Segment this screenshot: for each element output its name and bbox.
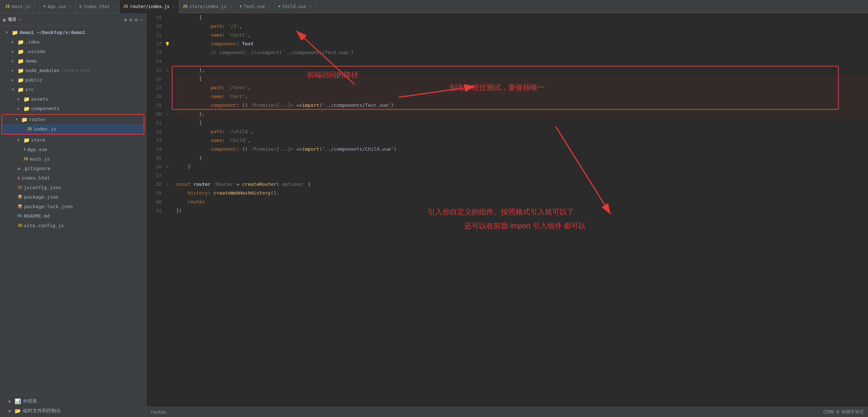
fold-30[interactable]: ⊖ xyxy=(165,110,170,119)
code-line-27: path: '/test', xyxy=(176,83,868,92)
tab-close-router-index[interactable]: ✕ xyxy=(173,4,175,8)
tab-close-store-index[interactable]: ✕ xyxy=(230,4,232,8)
router-highlight-box: ▼ 📁 router ▶ JS index.js xyxy=(1,114,144,135)
pj-icon: 📦 xyxy=(18,193,23,201)
gutter-21 xyxy=(165,31,170,40)
sidebar-item-jsconfig[interactable]: ▶ JS jsconfig.json xyxy=(0,183,146,192)
sidebar-tree: ▼ 📁 demo1 ~/Desktop/v/demo1 ▶ 📁 .idea ▶ … xyxy=(0,26,146,395)
sidebar-item-vscode[interactable]: ▶ 📁 .vscode xyxy=(0,47,146,56)
settings-icon[interactable]: ⚙ xyxy=(135,17,137,23)
code-line-32: path: '/child', xyxy=(176,127,868,136)
tab-app-vue[interactable]: ▼ App.vue ✕ xyxy=(40,0,76,13)
rm-label: README.md xyxy=(24,212,49,220)
code-line-38: const router :Router = createRouter( opt… xyxy=(176,180,868,189)
sidebar-item-index-html[interactable]: ▶ ≡ index.html xyxy=(0,173,146,183)
fold-38[interactable]: ⊖ xyxy=(165,180,170,189)
rm-icon: MD xyxy=(18,212,22,220)
bottom-csdn-label: CSDN @ 柯西不等式 xyxy=(823,409,864,414)
sidebar-item-router[interactable]: ▼ 📁 router xyxy=(2,115,144,124)
nm-extra: library root xyxy=(61,67,90,75)
sidebar-item-package-lock[interactable]: ▶ 📦 package-lock.json xyxy=(0,202,146,211)
code-content[interactable]: { path: '/1', name: 'test1', component: … xyxy=(172,13,868,407)
bottom-bar: routes CSDN @ 柯西不等式 xyxy=(146,407,868,417)
fold-25[interactable]: ⊖ xyxy=(165,66,170,75)
sidebar-item-components[interactable]: ▶ 📁 components xyxy=(0,104,146,113)
gutter: 💡 ⊖ ⊖ ⊖ ⊖ xyxy=(165,13,172,407)
mj-label: main.js xyxy=(30,155,50,163)
gutter-24 xyxy=(165,57,170,66)
av-label: App.vue xyxy=(27,146,48,154)
tab-bar: JS main.js ✕ ▼ App.vue ✕ ≡ index.html ✕ … xyxy=(0,0,868,13)
sidebar-item-vite-config[interactable]: ▶ JS vite.config.js xyxy=(0,221,146,230)
pl-icon: 📦 xyxy=(18,203,23,211)
tab-main-js[interactable]: JS main.js ✕ xyxy=(1,0,40,13)
public-folder-icon: 📁 xyxy=(18,76,24,84)
sidebar-dropdown-icon[interactable]: ▾ xyxy=(19,17,21,22)
tf-label: 临时文件和控制台 xyxy=(23,407,61,415)
sidebar-item-node-modules[interactable]: ▶ 📁 node_modules library root xyxy=(0,66,146,75)
fold-36[interactable]: ⊖ xyxy=(165,162,170,171)
sidebar-item-main-js[interactable]: ▶ JS main.js xyxy=(0,154,146,164)
tab-index-html[interactable]: ≡ index.html ✕ xyxy=(76,0,120,13)
code-line-40: routes xyxy=(176,198,868,206)
tab-child-vue[interactable]: ▼ Child.vue ✕ xyxy=(275,0,316,13)
el-icon: 📊 xyxy=(15,397,21,405)
tab-test-vue[interactable]: ▼ Test.vue ✕ xyxy=(236,0,274,13)
tab-close-test-vue[interactable]: ✕ xyxy=(268,4,271,8)
tab-close-main-js[interactable]: ✕ xyxy=(34,4,36,8)
minimize-icon[interactable]: − xyxy=(140,17,143,23)
demo-arrow: ▶ xyxy=(12,57,18,65)
sidebar-window-icon: ▣ xyxy=(3,17,5,22)
code-line-36: ] xyxy=(176,162,868,171)
jc-icon: JS xyxy=(18,184,22,192)
sidebar-item-router-index[interactable]: ▶ JS index.js xyxy=(2,124,144,134)
idea-label: .idea xyxy=(25,38,39,46)
gutter-22: 💡 xyxy=(165,40,170,48)
gutter-41 xyxy=(165,206,170,215)
jc-label: jsconfig.json xyxy=(24,184,61,192)
editor-area: 19 20 21 22 23 24 25 26 27 28 29 30 31 3… xyxy=(146,13,868,417)
sidebar-item-package-json[interactable]: ▶ 📦 package.json xyxy=(0,192,146,202)
bottom-bar-left: routes xyxy=(151,410,166,415)
vc-icon: JS xyxy=(18,222,22,230)
pj-label: package.json xyxy=(24,193,59,201)
sidebar-item-external-libs[interactable]: ▶ 📊 外部库 xyxy=(0,397,146,406)
sidebar-item-readme[interactable]: ▶ MD README.md xyxy=(0,211,146,221)
el-arrow: ▶ xyxy=(9,397,15,405)
src-arrow: ▼ xyxy=(12,86,18,94)
tree-root[interactable]: ▼ 📁 demo1 ~/Desktop/v/demo1 xyxy=(0,28,146,37)
sidebar-item-public[interactable]: ▶ 📁 public xyxy=(0,75,146,85)
code-line-26: { xyxy=(176,75,868,83)
sidebar-header-icons: ⊕ ≡ ⚙ − xyxy=(124,17,143,23)
sidebar-item-gitignore[interactable]: ▶ ⚙ .gitignore xyxy=(0,164,146,173)
tab-close-index-html[interactable]: ✕ xyxy=(113,4,116,8)
sidebar-item-assets[interactable]: ▶ 📁 assets xyxy=(0,94,146,104)
tab-label: App.vue xyxy=(48,4,66,9)
code-line-30: }, xyxy=(176,110,868,119)
code-line-34: component: () :Promise<{...}> =>import('… xyxy=(176,145,868,154)
code-line-21: name: 'test1', xyxy=(176,31,868,40)
code-line-39: history: createWebHashHistory(), xyxy=(176,189,868,198)
mj-js-icon: JS xyxy=(23,155,28,163)
tab-store-index[interactable]: JS store/index.js ✕ xyxy=(179,0,236,13)
tab-router-index[interactable]: JS router/index.js ✕ xyxy=(120,0,179,13)
sidebar-item-demo[interactable]: ▶ 📁 demo xyxy=(0,56,146,66)
sidebar-item-idea[interactable]: ▶ 📁 .idea xyxy=(0,37,146,47)
code-line-24 xyxy=(176,57,868,66)
sync-icon[interactable]: ⊕ xyxy=(124,17,127,23)
tab-close-child-vue[interactable]: ✕ xyxy=(309,4,312,8)
av-vue-icon: ▼ xyxy=(23,146,26,154)
gutter-40 xyxy=(165,198,170,206)
pl-label: package-lock.json xyxy=(24,203,73,211)
sidebar-item-app-vue[interactable]: ▶ ▼ App.vue xyxy=(0,145,146,154)
gutter-27 xyxy=(165,83,170,92)
bottom-routes-label: routes xyxy=(151,410,166,415)
sidebar-item-temp-files[interactable]: ▶ 📂 临时文件和控制台 xyxy=(0,406,146,416)
sidebar-item-store[interactable]: ▶ 📁 store xyxy=(0,135,146,145)
gi-icon: ⚙ xyxy=(18,165,20,173)
sidebar-item-src[interactable]: ▼ 📁 src xyxy=(0,85,146,94)
collapse-icon[interactable]: ≡ xyxy=(129,17,132,23)
sidebar-bottom: ▶ 📊 外部库 ▶ 📂 临时文件和控制台 xyxy=(0,395,146,417)
gutter-20 xyxy=(165,22,170,31)
tab-close-app-vue[interactable]: ✕ xyxy=(69,4,72,8)
